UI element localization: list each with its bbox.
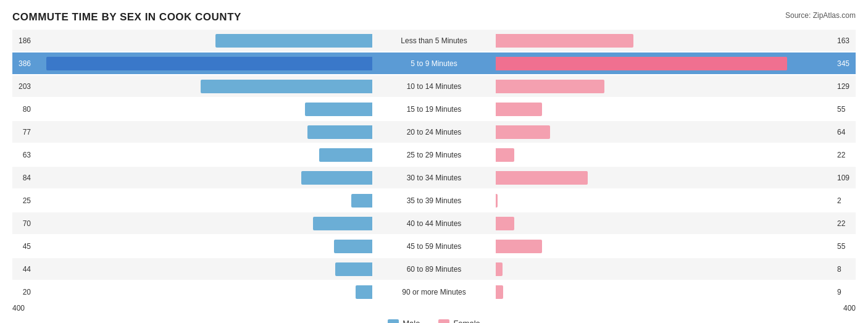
female-bar-container: [496, 57, 833, 70]
male-bar: [46, 57, 372, 70]
chart-container: COMMUTE TIME BY SEX IN COOK COUNTY Sourc…: [0, 0, 868, 323]
right-section: 8: [496, 258, 856, 280]
legend: Male Female: [12, 319, 856, 323]
female-value-label: 22: [837, 151, 856, 159]
male-bar-container: [35, 217, 372, 230]
female-bar: [496, 103, 542, 116]
category-label: 20 to 24 Minutes: [372, 128, 496, 136]
female-value-label: 9: [837, 288, 856, 296]
table-row: 77 20 to 24 Minutes 64: [12, 121, 856, 143]
right-section: 163: [496, 30, 856, 51]
male-bar-container: [35, 240, 372, 253]
female-bar-container: [496, 240, 833, 253]
male-bar-container: [35, 34, 372, 48]
female-swatch: [438, 319, 449, 324]
male-bar: [301, 171, 372, 185]
male-value-label: 80: [12, 105, 31, 114]
female-value-label: 55: [837, 242, 856, 251]
table-row: 84 30 to 34 Minutes 109: [12, 167, 856, 188]
female-bar: [496, 262, 503, 276]
male-bar-container: [35, 262, 372, 276]
chart-title: COMMUTE TIME BY SEX IN COOK COUNTY: [12, 11, 856, 23]
male-value-label: 186: [12, 36, 31, 45]
male-value-label: 386: [12, 59, 31, 68]
category-label: 60 to 89 Minutes: [372, 265, 496, 274]
female-value-label: 109: [837, 174, 856, 182]
table-row: 70 40 to 44 Minutes 22: [12, 212, 856, 234]
right-section: 55: [496, 235, 856, 257]
axis-right: 400: [843, 304, 856, 313]
right-section: 22: [496, 144, 856, 166]
female-bar: [496, 57, 787, 70]
source-text: Source: ZipAtlas.com: [785, 11, 856, 20]
female-value-label: 163: [837, 36, 856, 45]
right-section: 64: [496, 121, 856, 143]
left-section: 77: [12, 121, 372, 143]
category-label: 40 to 44 Minutes: [372, 219, 496, 228]
male-bar: [334, 240, 372, 253]
female-bar-container: [496, 171, 833, 185]
table-row: 44 60 to 89 Minutes 8: [12, 258, 856, 280]
left-section: 186: [12, 30, 372, 51]
table-row: 45 45 to 59 Minutes 55: [12, 235, 856, 257]
female-bar: [496, 194, 498, 208]
male-value-label: 63: [12, 151, 31, 159]
male-bar: [307, 125, 372, 139]
table-row: 386 5 to 9 Minutes 345: [12, 52, 856, 74]
male-legend-label: Male: [403, 319, 420, 323]
category-label: Less than 5 Minutes: [372, 36, 496, 45]
male-bar-container: [35, 148, 372, 162]
male-value-label: 20: [12, 288, 31, 296]
female-bar: [496, 171, 588, 185]
female-bar-container: [496, 103, 833, 116]
left-section: 25: [12, 190, 372, 211]
left-section: 80: [12, 98, 372, 120]
legend-female: Female: [438, 319, 480, 323]
female-bar-container: [496, 194, 833, 208]
female-bar: [496, 125, 550, 139]
female-value-label: 55: [837, 105, 856, 114]
category-label: 10 to 14 Minutes: [372, 82, 496, 91]
category-label: 5 to 9 Minutes: [372, 59, 496, 68]
row-inner: 20 90 or more Minutes 9: [12, 281, 856, 303]
male-bar: [335, 262, 372, 276]
row-inner: 44 60 to 89 Minutes 8: [12, 258, 856, 280]
category-label: 45 to 59 Minutes: [372, 242, 496, 251]
right-section: 2: [496, 190, 856, 211]
table-row: 20 90 or more Minutes 9: [12, 281, 856, 303]
female-bar: [496, 148, 514, 162]
female-value-label: 64: [837, 128, 856, 136]
female-bar-container: [496, 148, 833, 162]
female-bar: [496, 80, 604, 93]
right-section: 345: [496, 52, 856, 74]
table-row: 80 15 to 19 Minutes 55: [12, 98, 856, 120]
table-row: 203 10 to 14 Minutes 129: [12, 75, 856, 97]
female-bar: [496, 240, 542, 253]
left-section: 203: [12, 75, 372, 97]
axis-labels: 400 400: [12, 304, 856, 314]
male-value-label: 25: [12, 196, 31, 205]
female-value-label: 345: [837, 59, 856, 68]
axis-left: 400: [12, 304, 25, 313]
male-bar-container: [35, 194, 372, 208]
left-section: 386: [12, 52, 372, 74]
male-bar: [201, 80, 372, 93]
female-bar: [496, 217, 514, 230]
category-label: 15 to 19 Minutes: [372, 105, 496, 114]
row-inner: 25 35 to 39 Minutes 2: [12, 190, 856, 211]
row-inner: 203 10 to 14 Minutes 129: [12, 75, 856, 97]
male-value-label: 77: [12, 128, 31, 136]
category-label: 30 to 34 Minutes: [372, 174, 496, 182]
male-value-label: 44: [12, 265, 31, 274]
male-bar: [319, 148, 372, 162]
left-section: 63: [12, 144, 372, 166]
row-inner: 70 40 to 44 Minutes 22: [12, 212, 856, 234]
left-section: 84: [12, 167, 372, 188]
left-section: 44: [12, 258, 372, 280]
male-value-label: 70: [12, 219, 31, 228]
row-inner: 63 25 to 29 Minutes 22: [12, 144, 856, 166]
female-bar-container: [496, 34, 833, 48]
male-bar: [215, 34, 372, 48]
row-inner: 45 45 to 59 Minutes 55: [12, 235, 856, 257]
female-bar-container: [496, 262, 833, 276]
